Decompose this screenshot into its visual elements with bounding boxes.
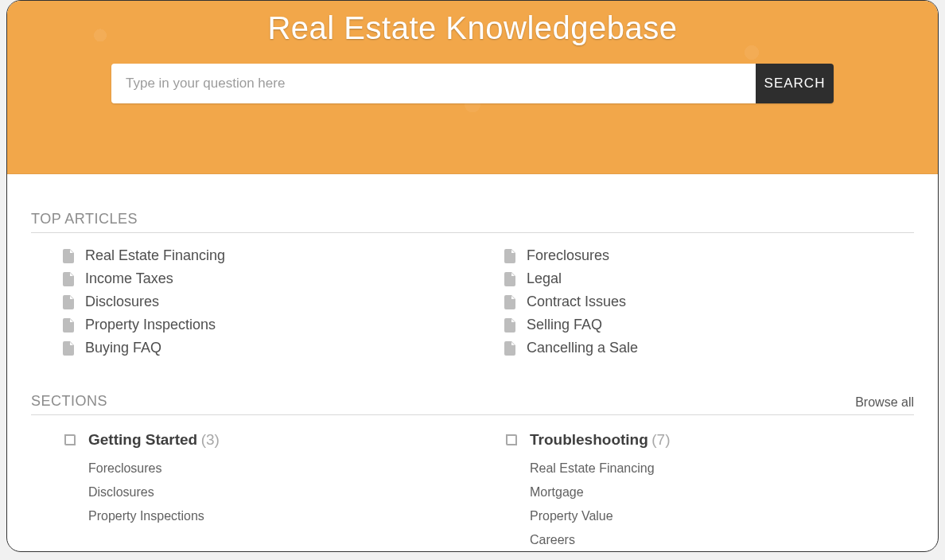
section-title: Troubleshooting bbox=[530, 431, 648, 448]
hero-banner: Real Estate Knowledgebase SEARCH bbox=[7, 1, 938, 174]
document-icon bbox=[63, 272, 74, 286]
section-item-link[interactable]: Property Value bbox=[504, 504, 914, 528]
section-item-link[interactable]: Mortgage bbox=[504, 480, 914, 504]
article-link[interactable]: Real Estate Financing bbox=[63, 244, 472, 267]
article-link[interactable]: Contract Issues bbox=[504, 290, 914, 313]
article-label: Cancelling a Sale bbox=[527, 340, 638, 356]
top-articles-header: TOP ARTICLES bbox=[31, 211, 914, 233]
article-link[interactable]: Property Inspections bbox=[63, 313, 472, 336]
section-count: (3) bbox=[201, 431, 220, 448]
article-link[interactable]: Legal bbox=[504, 267, 914, 290]
document-icon bbox=[504, 341, 515, 356]
article-label: Disclosures bbox=[85, 294, 159, 310]
section-col-left: Getting Started (3) Foreclosures Disclos… bbox=[31, 431, 472, 551]
document-icon bbox=[63, 341, 74, 356]
document-icon bbox=[504, 249, 515, 263]
document-icon bbox=[63, 318, 74, 332]
section-getting-started[interactable]: Getting Started (3) bbox=[63, 431, 472, 457]
search-bar: SEARCH bbox=[111, 64, 834, 103]
document-icon bbox=[504, 295, 515, 309]
article-link[interactable]: Selling FAQ bbox=[504, 313, 914, 336]
page-title: Real Estate Knowledgebase bbox=[7, 10, 938, 46]
sections-block: SECTIONS Browse all Getting Started (3) … bbox=[31, 393, 914, 551]
document-icon bbox=[504, 272, 515, 286]
article-link[interactable]: Income Taxes bbox=[63, 267, 472, 290]
article-link[interactable]: Disclosures bbox=[63, 290, 472, 313]
article-label: Selling FAQ bbox=[527, 317, 602, 333]
sections-list: Getting Started (3) Foreclosures Disclos… bbox=[31, 415, 914, 551]
search-input[interactable] bbox=[111, 64, 756, 103]
article-label: Contract Issues bbox=[527, 294, 626, 310]
article-link[interactable]: Cancelling a Sale bbox=[504, 336, 914, 360]
sections-heading: SECTIONS bbox=[31, 393, 107, 410]
document-icon bbox=[63, 295, 74, 309]
article-link[interactable]: Buying FAQ bbox=[63, 336, 472, 360]
search-button[interactable]: SEARCH bbox=[756, 64, 834, 103]
section-title: Getting Started bbox=[88, 431, 197, 448]
article-label: Income Taxes bbox=[85, 270, 173, 287]
section-count: (7) bbox=[651, 431, 670, 448]
article-label: Legal bbox=[527, 270, 562, 287]
section-item-link[interactable]: Disclosures bbox=[63, 480, 472, 504]
article-label: Property Inspections bbox=[85, 317, 216, 333]
article-label: Buying FAQ bbox=[85, 340, 161, 356]
section-item-link[interactable]: Foreclosures bbox=[63, 457, 472, 480]
book-icon bbox=[504, 433, 519, 447]
section-col-right: Troubleshooting (7) Real Estate Financin… bbox=[472, 431, 914, 551]
article-label: Real Estate Financing bbox=[85, 247, 225, 264]
top-articles-list: Real Estate Financing Income Taxes Discl… bbox=[31, 233, 914, 360]
content-area: TOP ARTICLES Real Estate Financing Incom… bbox=[7, 174, 938, 551]
book-icon bbox=[63, 433, 77, 447]
section-troubleshooting[interactable]: Troubleshooting (7) bbox=[504, 431, 914, 457]
top-articles-heading: TOP ARTICLES bbox=[31, 211, 138, 228]
top-articles-col-right: Foreclosures Legal Contract Issues Selli… bbox=[472, 244, 914, 360]
section-item-link[interactable]: Careers bbox=[504, 528, 914, 551]
section-item-link[interactable]: Real Estate Financing bbox=[504, 457, 914, 480]
document-icon bbox=[63, 249, 74, 263]
article-link[interactable]: Foreclosures bbox=[504, 244, 914, 267]
article-label: Foreclosures bbox=[527, 247, 609, 264]
section-item-link[interactable]: Property Inspections bbox=[63, 504, 472, 528]
sections-header: SECTIONS Browse all bbox=[31, 393, 914, 415]
document-icon bbox=[504, 318, 515, 332]
knowledgebase-card: Real Estate Knowledgebase SEARCH TOP ART… bbox=[6, 0, 939, 552]
browse-all-link[interactable]: Browse all bbox=[855, 395, 914, 410]
top-articles-col-left: Real Estate Financing Income Taxes Discl… bbox=[31, 244, 472, 360]
